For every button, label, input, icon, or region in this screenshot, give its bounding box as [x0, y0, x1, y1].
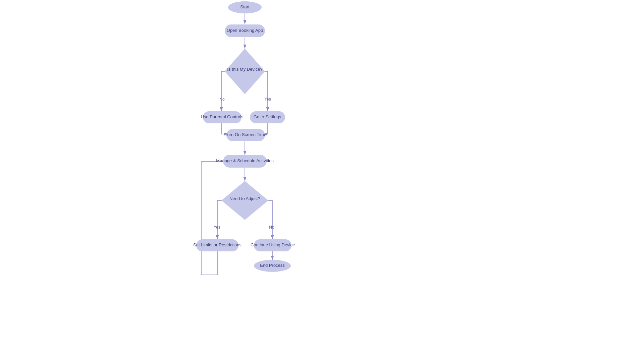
yes-label-2: Yes	[214, 225, 220, 230]
use-parental-label: Use Parental Controls	[201, 114, 244, 119]
flowchart-container: Start Open Booking App Is this My Device…	[0, 0, 644, 362]
goto-settings-label: Go to Settings	[254, 114, 281, 119]
manage-schedule-label: Manage & Schedule Activities	[216, 158, 274, 163]
is-my-device-label: Is this My Device?	[227, 67, 262, 72]
connector-setlimits-manage	[201, 162, 226, 275]
start-label: Start	[240, 4, 250, 9]
yes-label-1: Yes	[264, 97, 271, 102]
continue-device-label: Continue Using Device	[251, 242, 295, 247]
arrow-diamond-parental	[221, 71, 231, 111]
set-limits-label: Set Limits or Restrictions	[193, 242, 241, 247]
open-booking-label: Open Booking App	[227, 28, 263, 33]
turn-on-screen-label: Turn On Screen Time	[225, 132, 266, 137]
need-adjust-label: Need to Adjust?	[229, 196, 260, 201]
end-process-label: End Process	[260, 263, 285, 268]
no-label-2: No	[269, 225, 274, 230]
no-label-1: No	[219, 97, 225, 102]
